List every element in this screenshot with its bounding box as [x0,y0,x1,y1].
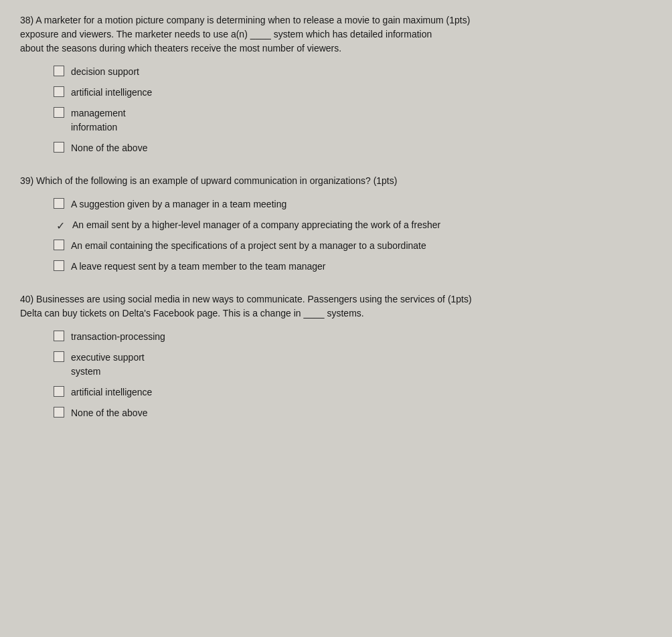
option-item-q38a[interactable]: decision support [54,65,652,79]
options-list-q40: transaction-processingexecutive supports… [20,330,652,420]
checkbox-q39c[interactable] [54,240,64,250]
option-item-q40b[interactable]: executive supportsystem [54,351,652,379]
question-number: 39) [20,175,33,186]
question-text-q39: 39) Which of the following is an example… [20,174,652,188]
checkbox-q38c[interactable] [54,107,64,118]
checkbox-q39d[interactable] [54,260,64,271]
check-icon: ✓ [54,219,67,232]
option-label-q39c: An email containing the specifications o… [71,239,426,253]
option-label-q39a: A suggestion given by a manager in a tea… [71,197,286,211]
checkbox-q38b[interactable] [54,86,64,97]
option-item-q40d[interactable]: None of the above [54,406,652,420]
checkbox-q38d[interactable] [54,142,64,153]
pts-label: (1pts) [373,175,398,186]
question-number: 40) [20,294,33,304]
checkbox-q40c[interactable] [54,386,64,397]
checkbox-q40b[interactable] [54,351,64,362]
option-label-q38b: artificial intelligence [71,86,152,100]
option-label-q39d: A leave request sent by a team member to… [71,260,326,274]
options-list-q38: decision supportartificial intelligencem… [20,65,652,155]
option-label-q40c: artificial intelligence [71,385,152,399]
option-label-q39b: An email sent by a higher-level manager … [72,218,440,232]
option-label-q38c: managementinformation [71,106,126,134]
option-label-q40d: None of the above [71,406,147,420]
option-label-q40a: transaction-processing [71,330,165,344]
question-text-q40: 40) Businesses are using social media in… [20,292,652,321]
option-item-q38c[interactable]: managementinformation [54,106,652,134]
checkbox-q38a[interactable] [54,66,64,76]
option-item-q39b[interactable]: ✓An email sent by a higher-level manager… [54,218,652,232]
checkbox-q39a[interactable] [54,198,64,209]
option-label-q38a: decision support [71,65,139,79]
checkbox-q40a[interactable] [54,331,64,341]
option-item-q38d[interactable]: None of the above [54,141,652,155]
question-block-q39: 39) Which of the following is an example… [20,174,652,274]
pts-label: (1pts) [448,294,472,304]
question-block-q38: 38) A marketer for a motion picture comp… [20,13,652,155]
checkbox-q40d[interactable] [54,407,64,418]
option-item-q40a[interactable]: transaction-processing [54,330,652,344]
question-text-q38: 38) A marketer for a motion picture comp… [20,13,652,56]
option-item-q38b[interactable]: artificial intelligence [54,86,652,100]
options-list-q39: A suggestion given by a manager in a tea… [20,197,652,274]
option-label-q38d: None of the above [71,141,147,155]
option-label-q40b: executive supportsystem [71,351,145,379]
question-number: 38) [20,15,33,25]
question-block-q40: 40) Businesses are using social media in… [20,292,652,420]
option-item-q39c[interactable]: An email containing the specifications o… [54,239,652,253]
option-item-q39d[interactable]: A leave request sent by a team member to… [54,260,652,274]
pts-label: (1pts) [446,15,471,25]
option-item-q40c[interactable]: artificial intelligence [54,385,652,399]
option-item-q39a[interactable]: A suggestion given by a manager in a tea… [54,197,652,211]
